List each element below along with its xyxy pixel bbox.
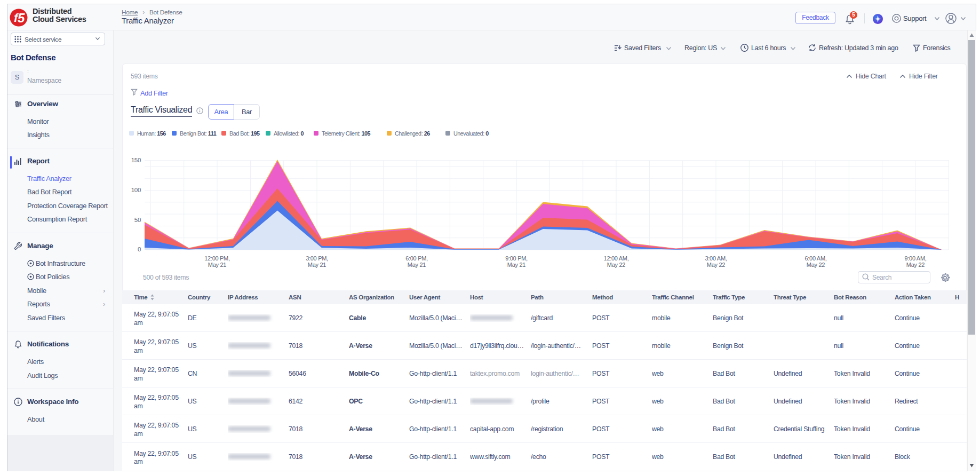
svg-text:5: 5: [18, 11, 25, 25]
